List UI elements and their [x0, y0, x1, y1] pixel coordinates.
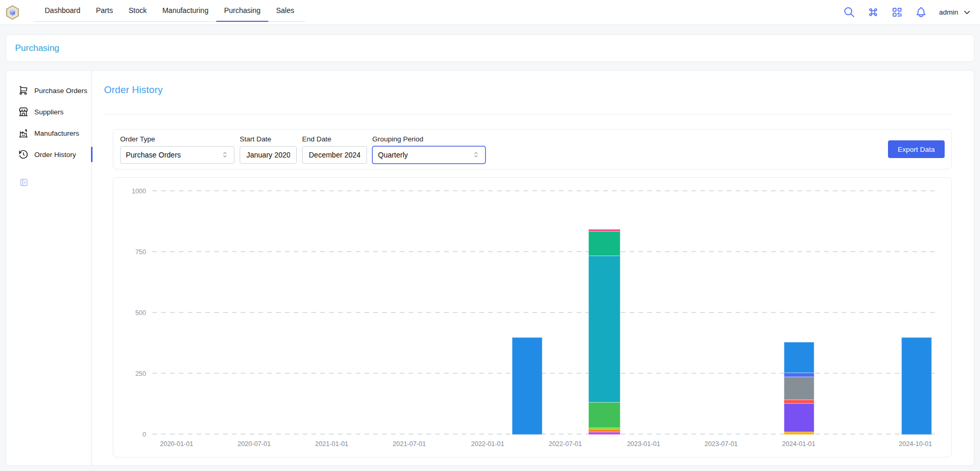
bar-segment[interactable] [589, 402, 620, 428]
sidebar-item-label: Order History [34, 151, 76, 159]
nav-tab-label: Stock [128, 6, 147, 15]
y-axis-tick-label: 500 [122, 309, 146, 317]
grouping-period-select[interactable]: Quarterly [372, 146, 486, 164]
y-axis-tick-label: 750 [122, 248, 146, 256]
shopping-cart-icon [18, 85, 29, 96]
x-axis-tick-label: 2024-01-01 [782, 440, 815, 448]
sidebar-item-label: Purchase Orders [34, 87, 87, 95]
sidebar: Purchase Orders Suppliers Manufacturers … [6, 71, 92, 465]
x-axis-tick-label: 2020-07-01 [238, 440, 271, 448]
notifications-bell-icon[interactable] [915, 6, 927, 18]
nav-tab-purchasing[interactable]: Purchasing [216, 0, 268, 22]
page-title: Order History [104, 84, 163, 96]
gridline [152, 434, 936, 435]
bar-segment[interactable] [784, 377, 815, 400]
search-icon[interactable] [843, 6, 855, 18]
app-logo-icon[interactable] [5, 5, 20, 20]
chart-bar-2024-01-01[interactable] [784, 186, 815, 435]
sidebar-item-suppliers[interactable]: Suppliers [6, 102, 92, 122]
gridline [152, 251, 936, 252]
gridline [152, 312, 936, 313]
order-history-chart: 025050075010002020-01-012020-07-012021-0… [113, 177, 952, 457]
command-icon[interactable] [867, 6, 879, 18]
nav-tab-label: Parts [96, 6, 113, 15]
main-nav-tabs: Dashboard Parts Stock Manufacturing Purc… [34, 0, 305, 22]
nav-tab-dashboard[interactable]: Dashboard [37, 0, 88, 22]
order-history-panel: Order History Order Type Purchase Orders… [93, 71, 974, 465]
chart-plot-area: 025050075010002020-01-012020-07-012021-0… [152, 186, 936, 435]
bar-segment[interactable] [784, 432, 815, 435]
end-date-field: End Date [302, 135, 367, 164]
gridline [152, 373, 936, 374]
nav-tab-label: Dashboard [45, 6, 81, 15]
sidebar-item-label: Suppliers [34, 108, 63, 116]
bar-segment[interactable] [512, 337, 543, 435]
nav-tab-label: Manufacturing [162, 6, 208, 15]
chart-bar-2024-10-01[interactable] [901, 186, 932, 435]
order-type-value: Purchase Orders [126, 151, 221, 159]
username-label: admin [939, 8, 958, 16]
sidebar-item-manufacturers[interactable]: Manufacturers [6, 123, 92, 143]
sidebar-item-purchase-orders[interactable]: Purchase Orders [6, 81, 92, 100]
chevron-down-icon [962, 8, 972, 17]
qrcode-scan-icon[interactable] [891, 6, 903, 18]
bar-segment[interactable] [589, 432, 620, 435]
nav-tab-label: Purchasing [224, 6, 260, 15]
bar-segment[interactable] [784, 400, 815, 403]
start-date-input[interactable] [245, 150, 291, 160]
x-axis-tick-label: 2023-07-01 [704, 440, 738, 448]
y-axis-tick-label: 250 [122, 370, 146, 377]
nav-tab-parts[interactable]: Parts [88, 0, 121, 22]
grouping-period-value: Quarterly [378, 151, 472, 159]
sidebar-item-order-history[interactable]: Order History [6, 145, 92, 164]
purchasing-panel: Purchase Orders Suppliers Manufacturers … [6, 70, 974, 466]
start-date-input-wrap [240, 146, 297, 164]
chart-bar-2022-10-01[interactable] [589, 186, 620, 435]
y-axis-tick-label: 0 [122, 431, 146, 438]
x-axis-tick-label: 2021-07-01 [393, 440, 426, 448]
end-date-input[interactable] [308, 150, 361, 160]
title-divider [104, 114, 952, 114]
x-axis-tick-label: 2021-01-01 [315, 440, 348, 448]
history-clock-icon [18, 149, 29, 160]
user-menu[interactable]: admin [939, 8, 972, 17]
filter-bar: Order Type Purchase Orders Start Date En… [113, 129, 952, 169]
building-factory-icon [18, 128, 29, 138]
building-store-icon [18, 107, 29, 117]
end-date-input-wrap [302, 146, 367, 164]
export-data-button[interactable]: Export Data [888, 140, 945, 158]
bar-segment[interactable] [589, 256, 620, 402]
grouping-period-label: Grouping Period [372, 135, 486, 143]
breadcrumb: Purchasing [6, 34, 974, 62]
bar-segment[interactable] [901, 337, 932, 435]
x-axis-tick-label: 2024-10-01 [899, 440, 932, 448]
start-date-field: Start Date [240, 135, 297, 164]
chevron-up-down-icon [472, 151, 480, 159]
nav-tab-sales[interactable]: Sales [268, 0, 302, 22]
grouping-period-field: Grouping Period Quarterly [372, 135, 486, 164]
end-date-label: End Date [302, 135, 367, 143]
nav-tab-label: Sales [276, 6, 294, 15]
start-date-label: Start Date [240, 135, 297, 143]
order-type-select[interactable]: Purchase Orders [120, 146, 234, 164]
bar-segment[interactable] [784, 403, 815, 432]
chevron-up-down-icon [221, 151, 229, 159]
breadcrumb-link-purchasing[interactable]: Purchasing [15, 43, 59, 54]
gridline [152, 190, 936, 191]
nav-tab-manufacturing[interactable]: Manufacturing [154, 0, 216, 22]
x-axis-tick-label: 2023-01-01 [627, 440, 660, 448]
x-axis-tick-label: 2020-01-01 [160, 440, 193, 448]
sidebar-item-label: Manufacturers [34, 129, 79, 137]
bar-segment[interactable] [784, 373, 815, 377]
chart-bar-2022-04-01[interactable] [512, 186, 543, 435]
header-actions: admin [843, 6, 972, 18]
order-type-label: Order Type [120, 135, 234, 143]
bar-segment[interactable] [589, 231, 620, 256]
x-axis-tick-label: 2022-07-01 [548, 440, 582, 448]
sidebar-collapse-icon[interactable] [19, 178, 29, 187]
order-type-field: Order Type Purchase Orders [120, 135, 234, 164]
bar-segment[interactable] [784, 342, 815, 373]
nav-tab-stock[interactable]: Stock [121, 0, 154, 22]
x-axis-tick-label: 2022-01-01 [471, 440, 504, 448]
top-navbar: Dashboard Parts Stock Manufacturing Purc… [0, 0, 980, 25]
